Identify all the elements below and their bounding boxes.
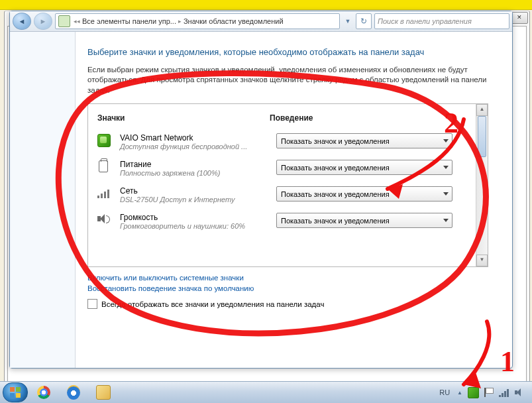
taskbar-explorer[interactable]: [89, 383, 117, 402]
list-item: Громкость Громкоговоритель и наушники: 6…: [97, 210, 466, 237]
row-title: Громкость: [120, 213, 270, 222]
forward-button[interactable]: ►: [34, 13, 52, 30]
tray-overflow-button[interactable]: ▲: [457, 390, 462, 396]
always-show-checkbox[interactable]: [87, 299, 97, 309]
system-tray: RU ▲: [437, 387, 529, 398]
row-subtitle: Доступная функция беспроводной ...: [120, 143, 270, 150]
list-item: Питание Полностью заряжена (100%) Показа…: [97, 157, 466, 184]
tray-vaio-icon[interactable]: [468, 387, 479, 398]
page-description: Если выбран режим скрытия значков и увед…: [87, 65, 488, 96]
volume-icon: [97, 213, 109, 224]
row-subtitle: Громкоговоритель и наушники: 60%: [120, 222, 270, 230]
row-title: VAIO Smart Network: [120, 133, 270, 143]
always-show-label: Всегда отображать все значки и уведомлен…: [101, 300, 324, 308]
control-panel-icon: [58, 15, 70, 27]
chevron-right-icon: ▸: [178, 18, 182, 25]
icon-list-box: Значки Поведение VAIO Smart Network Дост…: [87, 103, 488, 267]
close-button[interactable]: ✕: [511, 12, 528, 24]
taskbar-ie[interactable]: [60, 383, 87, 402]
tray-action-center-icon[interactable]: [484, 388, 494, 397]
chevron-icon: ◂◂: [74, 18, 80, 25]
link-toggle-system-icons[interactable]: Включить или выключить системные значки: [87, 274, 488, 282]
chrome-icon: [37, 386, 50, 399]
behavior-dropdown[interactable]: Показать значок и уведомления: [276, 186, 452, 202]
behavior-dropdown[interactable]: Показать значок и уведомления: [276, 213, 452, 228]
vaio-icon: [97, 134, 111, 147]
scroll-thumb[interactable]: [478, 116, 486, 157]
row-title: Сеть: [120, 186, 270, 196]
tray-volume-icon[interactable]: [515, 388, 525, 397]
column-header-icons: Значки: [97, 113, 270, 123]
breadcrumb-dropdown[interactable]: ▼: [343, 18, 353, 25]
scroll-down-button[interactable]: ▼: [476, 255, 488, 266]
dropdown-value: Показать значок и уведомления: [281, 190, 390, 198]
search-placeholder: Поиск в панели управления: [378, 17, 472, 25]
back-button[interactable]: ◄: [13, 13, 31, 30]
scrollbar[interactable]: ▲ ▼: [476, 104, 488, 266]
explorer-icon: [96, 385, 111, 400]
row-title: Питание: [120, 160, 270, 169]
network-icon: [97, 189, 109, 198]
row-subtitle: DSL-2750U Доступ к Интернету: [120, 196, 270, 203]
dropdown-value: Показать значок и уведомления: [281, 137, 390, 145]
column-header-behavior: Поведение: [270, 113, 466, 123]
dropdown-value: Показать значок и уведомления: [281, 217, 390, 225]
refresh-button[interactable]: ↻: [356, 13, 372, 29]
scroll-up-button[interactable]: ▲: [476, 104, 488, 116]
ie-icon: [67, 385, 80, 400]
link-restore-default[interactable]: Восстановить поведение значка по умолчан…: [87, 284, 488, 292]
address-bar[interactable]: ◂◂ Все элементы панели упр... ▸ Значки о…: [55, 13, 340, 29]
language-indicator[interactable]: RU: [437, 387, 452, 398]
start-button[interactable]: [3, 382, 28, 402]
list-item: Сеть DSL-2750U Доступ к Интернету Показа…: [97, 184, 466, 210]
breadcrumb-root[interactable]: Все элементы панели упр...: [82, 17, 176, 25]
taskbar-chrome[interactable]: [30, 383, 58, 402]
dropdown-value: Показать значок и уведомления: [281, 164, 390, 172]
main-pane: Выберите значки и уведомления, которые н…: [76, 32, 512, 368]
row-subtitle: Полностью заряжена (100%): [120, 169, 270, 177]
behavior-dropdown[interactable]: Показать значок и уведомления: [276, 160, 452, 175]
taskbar: RU ▲: [0, 381, 532, 403]
nav-bar: ◄ ► ◂◂ Все элементы панели упр... ▸ Знач…: [10, 11, 512, 32]
list-item: VAIO Smart Network Доступная функция бес…: [97, 131, 466, 157]
tray-network-icon[interactable]: [499, 388, 509, 397]
breadcrumb-current[interactable]: Значки области уведомлений: [184, 17, 284, 25]
search-input[interactable]: Поиск в панели управления: [374, 13, 509, 29]
control-panel-window: ◄ ► ◂◂ Все элементы панели упр... ▸ Знач…: [9, 11, 513, 369]
behavior-dropdown[interactable]: Показать значок и уведомления: [276, 133, 452, 148]
navigation-pane: [10, 32, 76, 368]
power-icon: [99, 160, 108, 172]
background-strip: [0, 0, 532, 10]
breadcrumb: ◂◂ Все элементы панели упр... ▸ Значки о…: [74, 17, 284, 25]
page-heading: Выберите значки и уведомления, которые н…: [87, 46, 488, 58]
